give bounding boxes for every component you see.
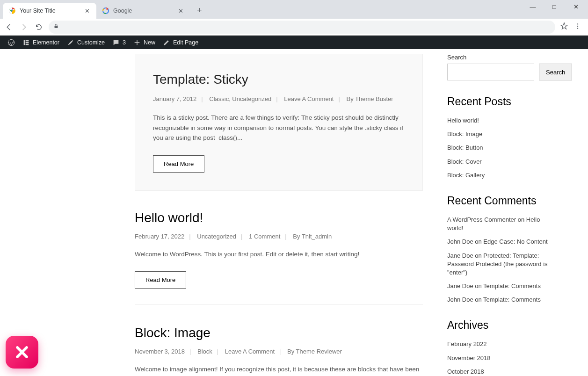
post-comments-link[interactable]: Leave A Comment [225,348,275,355]
wp-elementor-label: Elementor [33,39,59,46]
list-item[interactable]: Block: Image [447,130,549,138]
window-minimize-button[interactable]: — [523,0,543,13]
svg-point-4 [577,23,578,24]
svg-rect-11 [26,43,29,45]
post-title[interactable]: Block: Image [135,325,423,340]
wp-elementor-link[interactable]: Elementor [19,36,63,49]
search-widget: Search Search [447,54,549,80]
read-more-button[interactable]: Read More [135,271,186,289]
svg-rect-3 [55,26,58,28]
svg-point-5 [577,25,578,26]
post-comments-link[interactable]: Leave A Comment [284,95,334,102]
list-item[interactable]: Block: Button [447,144,549,152]
post-excerpt: Welcome to WordPress. This is your first… [135,249,423,260]
chrome-favicon-icon [8,7,16,14]
address-bar[interactable] [49,21,555,34]
post-date: January 7, 2012 [153,95,196,102]
svg-rect-9 [26,40,29,41]
post-item: Block: Image November 3, 2018| Block| Le… [135,325,423,376]
x-icon [14,344,30,360]
wp-comments-count: 3 [123,39,126,46]
post-categories[interactable]: Uncategorized [197,233,236,240]
post-excerpt: This is a sticky post. There are a few t… [153,113,405,143]
wp-new-link[interactable]: New [130,36,159,49]
tab-close-icon[interactable]: ✕ [84,7,91,15]
wp-edit-page-label: Edit Page [173,39,198,46]
post-item: Hello world! February 17, 2022| Uncatego… [135,210,423,305]
post-author[interactable]: Theme Reviewer [296,348,342,355]
wp-customize-label: Customize [77,39,105,46]
archives-widget: Archives February 2022 November 2018 Oct… [447,319,549,376]
list-item[interactable]: October 2018 [447,368,549,376]
post-by: By [346,95,355,102]
post-author[interactable]: Theme Buster [355,95,393,102]
reload-button[interactable] [34,22,44,32]
post-categories[interactable]: Classic, Uncategorized [209,95,271,102]
window-controls: — □ ✕ [523,0,586,13]
list-item[interactable]: Block: Gallery [447,171,549,180]
posts-column: Template: Sticky January 7, 2012| Classi… [135,54,423,376]
wp-edit-page-link[interactable]: Edit Page [159,36,202,49]
back-button[interactable] [4,22,14,32]
wp-logo-button[interactable] [4,36,19,49]
plugin-fab-button[interactable] [6,336,38,369]
tab-title: Google [113,7,132,14]
list-item[interactable]: John Doe on Template: Comments [447,296,549,304]
browser-tab-active[interactable]: Your Site Title ✕ [3,3,96,19]
comment-icon [112,39,120,46]
widget-heading: Recent Posts [447,95,549,108]
list-item[interactable]: Hello world! [447,116,549,125]
pencil-icon [163,39,170,46]
plus-icon [133,39,141,46]
window-maximize-button[interactable]: □ [544,0,565,13]
search-label: Search [447,54,549,61]
post-by: By [293,233,302,240]
post-title[interactable]: Template: Sticky [153,72,405,87]
recent-comments-widget: Recent Comments A WordPress Commenter on… [447,195,549,304]
post-meta: January 7, 2012| Classic, Uncategorized|… [153,95,405,102]
list-item[interactable]: November 2018 [447,354,549,362]
list-item[interactable]: Jane Doe on Template: Comments [447,282,549,290]
post-author[interactable]: Tnit_admin [302,233,332,240]
google-favicon-icon [102,7,109,14]
page-content: Template: Sticky January 7, 2012| Classi… [0,49,588,376]
list-item[interactable]: A WordPress Commenter on Hello world! [447,216,549,232]
list-item[interactable]: Jane Doe on Protected: Template: Passwor… [447,252,549,277]
search-input[interactable] [447,64,534,80]
post-meta: February 17, 2022| Uncategorized| 1 Comm… [135,233,423,240]
wp-comments-link[interactable]: 3 [109,36,130,49]
svg-rect-8 [24,40,25,45]
brush-icon [67,39,74,46]
sidebar: Search Search Recent Posts Hello world! … [447,54,549,376]
widget-heading: Archives [447,319,549,332]
post-excerpt: Welcome to image alignment! If you recog… [135,364,423,376]
read-more-button[interactable]: Read More [153,155,204,173]
post-title[interactable]: Hello world! [135,210,423,225]
browser-tab-inactive[interactable]: Google ✕ [96,3,190,19]
browser-menu-icon[interactable] [574,22,581,32]
wp-new-label: New [144,39,155,46]
list-item[interactable]: John Doe on Edge Case: No Content [447,238,549,246]
window-close-button[interactable]: ✕ [566,0,586,13]
lock-icon [53,23,59,30]
browser-tab-strip: Your Site Title ✕ Google ✕ + — □ ✕ [0,0,588,19]
wp-admin-bar: Elementor Customize 3 New Edit Page [0,36,588,49]
post-by: By [287,348,296,355]
recent-posts-widget: Recent Posts Hello world! Block: Image B… [447,95,549,180]
post-comments-link[interactable]: 1 Comment [249,233,280,240]
post-categories[interactable]: Block [197,348,212,355]
new-tab-button[interactable]: + [192,6,207,15]
post-date: November 3, 2018 [135,348,185,355]
post-sticky: Template: Sticky January 7, 2012| Classi… [135,54,423,191]
search-button[interactable]: Search [539,64,572,80]
post-date: February 17, 2022 [135,233,184,240]
svg-rect-10 [26,42,29,43]
svg-point-6 [577,28,578,29]
wp-customize-link[interactable]: Customize [63,36,109,49]
list-item[interactable]: February 2022 [447,340,549,348]
tab-close-icon[interactable]: ✕ [177,7,184,15]
list-item[interactable]: Block: Cover [447,158,549,166]
forward-button[interactable] [19,22,29,32]
bookmark-star-icon[interactable] [560,22,568,32]
post-meta: November 3, 2018| Block| Leave A Comment… [135,348,423,355]
